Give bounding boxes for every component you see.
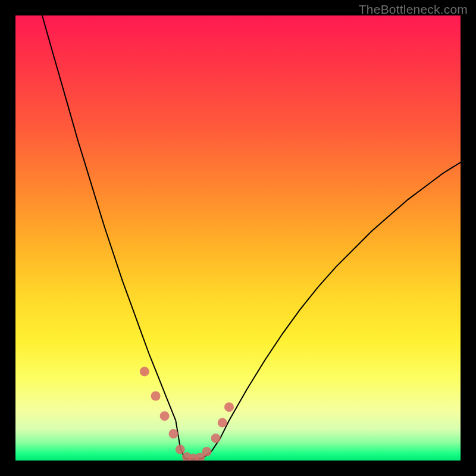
curve-layer [15, 15, 461, 461]
highlight-markers [140, 367, 234, 461]
marker-dot [224, 402, 234, 412]
marker-dot [218, 418, 227, 427]
bottleneck-curve [42, 15, 461, 459]
marker-dot [160, 411, 170, 421]
plot-area [15, 15, 461, 461]
marker-dot [211, 434, 221, 443]
marker-dot [169, 429, 178, 439]
watermark-text: TheBottleneck.com [359, 2, 468, 17]
marker-dot [140, 367, 149, 376]
marker-dot [151, 392, 161, 401]
marker-dot [202, 447, 212, 456]
marker-dot [176, 444, 185, 454]
chart-frame: TheBottleneck.com [0, 0, 476, 476]
